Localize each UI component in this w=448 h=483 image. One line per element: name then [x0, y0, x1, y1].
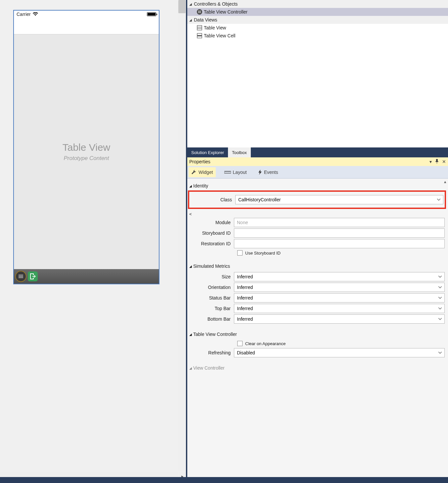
label-topbar: Top Bar [189, 306, 234, 311]
designer-canvas[interactable]: Carrier Table View Prototype Content [0, 0, 186, 483]
scene-dock [14, 269, 159, 284]
lightning-icon [258, 170, 262, 175]
tab-label: Events [264, 170, 278, 175]
topbar-select[interactable]: Inferred [234, 304, 445, 313]
outline-item-label: Table View Controller [204, 9, 247, 15]
tab-toolbox[interactable]: Toolbox [228, 147, 251, 157]
row-refreshing: Refreshing Disabled [189, 348, 445, 357]
section-heading-tvc[interactable]: ◢ Table View Controller [189, 330, 445, 339]
module-input[interactable] [234, 218, 445, 227]
section-label: Table View Controller [193, 332, 237, 337]
row-clear-appearance: Clear on Appearance [237, 341, 445, 346]
properties-body[interactable]: ▴ ◢ Identity Class < [187, 179, 448, 483]
label-orientation: Orientation [189, 285, 234, 290]
label-storyboard-id: Storyboard ID [189, 230, 234, 236]
storyboard-id-input[interactable] [234, 228, 445, 238]
row-size: Size Inferred [189, 272, 445, 281]
close-icon[interactable]: ✕ [442, 159, 446, 165]
svg-rect-0 [19, 275, 23, 275]
section-identity: ◢ Identity Class < Module [189, 181, 445, 256]
nav-bar [14, 18, 159, 34]
label-statusbar: Status Bar [189, 295, 234, 301]
table-view-controller-icon[interactable] [15, 271, 26, 282]
wifi-icon [33, 12, 38, 16]
row-topbar: Top Bar Inferred [189, 304, 445, 313]
outline-item-label: Table View [204, 25, 226, 30]
tab-label: Widget [199, 170, 213, 175]
scroll-up-icon[interactable]: ▴ [442, 179, 448, 184]
highlight-box: Class [188, 190, 446, 209]
svg-rect-12 [224, 171, 231, 173]
row-orientation: Orientation Inferred [189, 283, 445, 292]
use-storyboard-checkbox[interactable] [237, 250, 243, 256]
carrier-label: Carrier [17, 12, 31, 17]
outline-item-tableview[interactable]: Table View [187, 24, 448, 32]
svg-rect-2 [19, 277, 23, 278]
outline-section-label: Data Views [194, 17, 217, 22]
row-statusbar: Status Bar Inferred [189, 293, 445, 302]
exit-icon[interactable] [28, 271, 38, 281]
label-size: Size [189, 274, 234, 279]
label-module: Module [189, 220, 234, 225]
table-view-icon [197, 25, 202, 30]
tab-solution-explorer[interactable]: Solution Explorer [187, 147, 228, 157]
row-storyboard-id: Storyboard ID [189, 228, 445, 238]
disclosure-arrow-icon[interactable]: ◢ [189, 2, 193, 6]
tab-label: Layout [233, 170, 247, 175]
outline-item-tvc[interactable]: Table View Controller [187, 8, 448, 16]
size-select[interactable]: Inferred [234, 272, 445, 281]
disclosure-arrow-icon: ◢ [189, 333, 192, 336]
section-heading-simulated[interactable]: ◢ Simulated Metrics [189, 262, 445, 271]
row-class: Class [191, 195, 443, 204]
table-view-cell-icon [197, 33, 202, 38]
battery-icon [147, 12, 156, 16]
tab-layout[interactable]: Layout [222, 167, 249, 177]
svg-rect-5 [198, 12, 201, 12]
dropdown-icon[interactable]: ▾ [429, 159, 432, 165]
statusbar-select[interactable]: Inferred [234, 293, 445, 302]
vertical-scrollbar[interactable] [178, 0, 186, 471]
panel-tab-strip: Solution Explorer Toolbox [187, 147, 448, 157]
label-bottombar: Bottom Bar [189, 316, 234, 322]
properties-header: Properties ▾ ✕ [187, 157, 448, 166]
row-use-storyboard-id: Use Storyboard ID [237, 250, 445, 256]
device-frame[interactable]: Carrier Table View Prototype Content [13, 10, 159, 284]
clear-appearance-checkbox[interactable] [237, 341, 243, 346]
section-simulated-metrics: ◢ Simulated Metrics Size Inferred Orient… [189, 262, 445, 324]
outline-section-dataviews[interactable]: ◢ Data Views [187, 16, 448, 24]
section-label: Identity [193, 183, 208, 188]
svg-rect-11 [197, 35, 202, 36]
table-view-placeholder[interactable]: Table View Prototype Content [14, 34, 159, 269]
section-label: View Controller [193, 365, 225, 371]
orientation-select[interactable]: Inferred [234, 283, 445, 292]
disclosure-arrow-icon[interactable]: ◢ [189, 18, 193, 22]
wrench-icon [191, 170, 197, 175]
row-restoration-id: Restoration ID [189, 239, 445, 248]
section-heading-identity[interactable]: ◢ Identity [189, 181, 445, 190]
svg-rect-7 [197, 25, 202, 30]
bottom-app-bar [0, 477, 448, 483]
svg-rect-1 [19, 276, 23, 277]
label-refreshing: Refreshing [189, 350, 234, 355]
row-bottombar: Bottom Bar Inferred [189, 314, 445, 324]
ruler-icon [224, 171, 231, 174]
section-heading-vc[interactable]: ◢ View Controller [189, 363, 445, 373]
table-view-controller-icon [197, 9, 202, 15]
disclosure-arrow-icon: ◢ [189, 184, 192, 188]
pin-icon[interactable] [435, 159, 439, 165]
section-vc: ◢ View Controller [189, 363, 445, 373]
restoration-id-input[interactable] [234, 239, 445, 248]
tab-events[interactable]: Events [255, 167, 281, 177]
properties-title: Properties [189, 159, 210, 164]
clear-appearance-label: Clear on Appearance [245, 341, 286, 346]
tab-widget[interactable]: Widget [189, 167, 216, 177]
outline-item-label: Table View Cell [204, 33, 235, 38]
outline-item-cell[interactable]: Table View Cell [187, 32, 448, 40]
document-outline[interactable]: ◢ Controllers & Objects Table View Contr… [187, 0, 448, 147]
outline-section-controllers[interactable]: ◢ Controllers & Objects [187, 0, 448, 8]
svg-rect-4 [198, 11, 201, 11]
refreshing-select[interactable]: Disabled [234, 348, 445, 357]
bottombar-select[interactable]: Inferred [234, 314, 445, 324]
table-view-title: Table View [63, 142, 111, 153]
class-input[interactable] [235, 195, 443, 204]
